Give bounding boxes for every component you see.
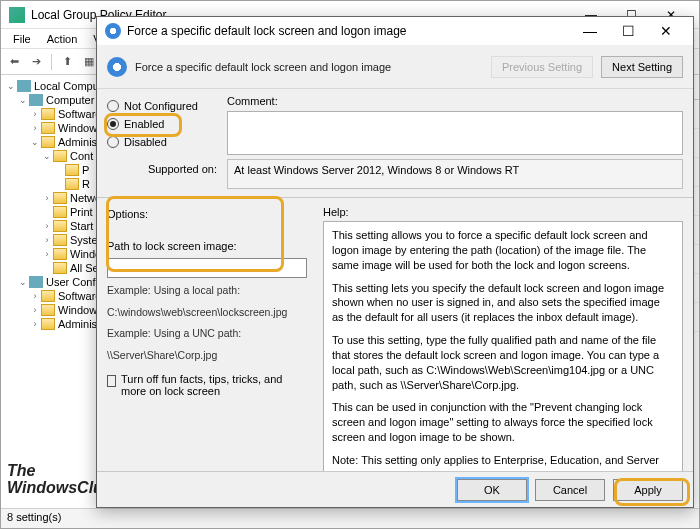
dialog-title: Force a specific default lock screen and… (127, 24, 571, 38)
radio-disabled[interactable]: Disabled (107, 133, 217, 151)
turnoff-checkbox-label: Turn off fun facts, tips, tricks, and mo… (121, 373, 307, 397)
checkbox-icon[interactable] (107, 375, 116, 387)
example-unc-value: \\Server\Share\Corp.jpg (107, 347, 307, 365)
radio-not-configured[interactable]: Not Configured (107, 97, 217, 115)
previous-setting-button[interactable]: Previous Setting (491, 56, 593, 78)
turnoff-checkbox-row[interactable]: Turn off fun facts, tips, tricks, and mo… (107, 369, 307, 397)
next-setting-button[interactable]: Next Setting (601, 56, 683, 78)
supported-on-text: At least Windows Server 2012, Windows 8 … (227, 159, 683, 189)
supported-on-label: Supported on: (107, 159, 217, 175)
menu-action[interactable]: Action (39, 31, 86, 47)
statusbar: 8 setting(s) (1, 508, 699, 528)
policy-icon (107, 57, 127, 77)
path-label: Path to lock screen image: (107, 238, 307, 254)
dialog-close-button[interactable]: ✕ (647, 18, 685, 44)
dialog-minimize-button[interactable]: — (571, 18, 609, 44)
dialog-maximize-button[interactable]: ☐ (609, 18, 647, 44)
radio-enabled[interactable]: Enabled (107, 115, 217, 133)
cancel-button[interactable]: Cancel (535, 479, 605, 501)
dialog-titlebar: Force a specific default lock screen and… (97, 17, 693, 45)
example-local-value: C:\windows\web\screen\lockscreen.jpg (107, 304, 307, 322)
dialog-header: Force a specific default lock screen and… (97, 45, 693, 89)
help-label: Help: (323, 206, 683, 221)
tree-item[interactable]: R (82, 178, 90, 190)
tree-item[interactable]: Cont (70, 150, 93, 162)
comment-label: Comment: (227, 95, 683, 107)
help-text[interactable]: This setting allows you to force a speci… (323, 221, 683, 474)
menu-file[interactable]: File (5, 31, 39, 47)
tree-item[interactable]: P (82, 164, 89, 176)
example-unc-label: Example: Using a UNC path: (107, 325, 307, 343)
forward-icon[interactable]: ➔ (27, 53, 45, 71)
path-input[interactable] (107, 258, 307, 278)
policy-icon (105, 23, 121, 39)
tree-item[interactable]: Software (58, 108, 101, 120)
ok-button[interactable]: OK (457, 479, 527, 501)
comment-input[interactable] (227, 111, 683, 155)
tree-item[interactable]: Print (70, 206, 93, 218)
options-label: Options: (107, 206, 307, 222)
options-panel: Options: Path to lock screen image: Exam… (107, 206, 307, 474)
dialog-footer: OK Cancel Apply (97, 471, 693, 507)
dialog-heading: Force a specific default lock screen and… (135, 61, 483, 73)
tree-item[interactable]: All Se (70, 262, 99, 274)
policy-dialog: Force a specific default lock screen and… (96, 16, 694, 508)
tree-item[interactable]: Start (70, 220, 93, 232)
apply-button[interactable]: Apply (613, 479, 683, 501)
example-local-label: Example: Using a local path: (107, 282, 307, 300)
state-radio-group: Not Configured Enabled Disabled (107, 95, 217, 155)
app-icon (9, 7, 25, 23)
up-icon[interactable]: ⬆ (58, 53, 76, 71)
back-icon[interactable]: ⬅ (5, 53, 23, 71)
tree-item[interactable]: Software (58, 290, 101, 302)
